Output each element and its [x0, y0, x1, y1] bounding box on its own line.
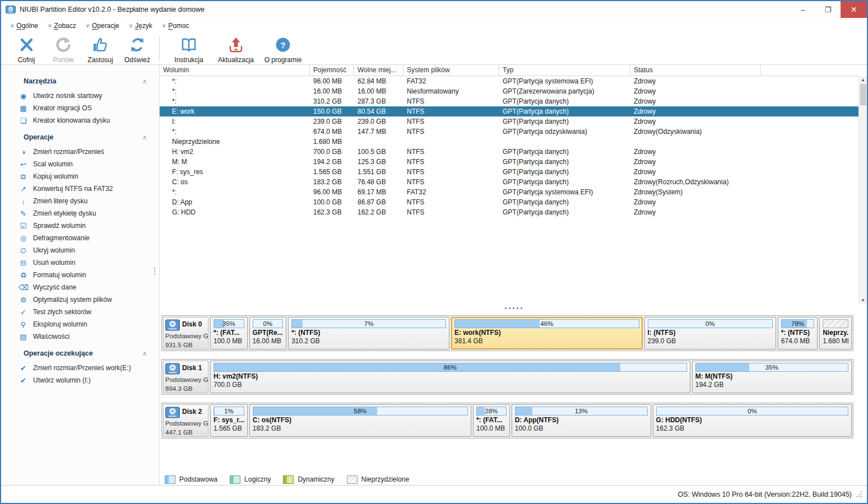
sidebar-item[interactable]: ✎Zmień etykietę dysku — [1, 207, 159, 220]
sidebar-item-label: Utwórz nośnik startowy — [33, 92, 102, 100]
sidebar-item-label: Optymalizuj system plików — [33, 296, 112, 304]
label-edit-icon: ✎ — [18, 210, 28, 217]
menu-item-operacje[interactable]: ∨Operacje — [82, 20, 124, 31]
menu-item-język[interactable]: ∨Język — [126, 20, 157, 31]
table-row[interactable]: *:96.00 MB62.84 MBFAT32GPT(Partycja syst… — [160, 76, 858, 86]
sidebar-item[interactable]: ◎Defragmentowanie — [1, 232, 159, 244]
collapse-chevron-icon: ∧ — [142, 350, 147, 357]
usage-percent: 46% — [455, 320, 638, 328]
redo-button[interactable]: Ponów — [45, 35, 82, 64]
menu-item-ogólne[interactable]: ∨Ogólne — [7, 20, 43, 31]
minimize-button[interactable]: – — [790, 1, 815, 18]
cell-filesystem: NTFS — [403, 118, 499, 125]
table-row[interactable]: Nieprzydzielone1.680 MB — [160, 137, 858, 147]
sidebar-item[interactable]: ◉Utwórz nośnik startowy — [1, 90, 159, 102]
disk-info-block[interactable]: Disk 1Podstawowy GPT894.3 GB — [163, 361, 208, 393]
table-row[interactable]: *:310.2 GB287.3 GBNTFSGPT(Partycja danyc… — [160, 96, 858, 106]
undo-button[interactable]: Cofnij — [8, 35, 45, 64]
sidebar-item[interactable]: ⧉Kopiuj wolumin — [1, 170, 159, 183]
sidebar-item[interactable]: ⌫Wyczyść dane — [1, 281, 159, 293]
manual-button[interactable]: Instrukcja — [165, 35, 212, 64]
volume-table: WoluminPojemnośćWolne miej...System plik… — [160, 65, 867, 304]
disk-info-block[interactable]: Disk 2Podstawowy GPT447.1 GB — [163, 404, 208, 437]
sidebar-item[interactable]: ↗Konwertuj NTFS na FAT32 — [1, 183, 159, 195]
scroll-up-icon[interactable]: ▲ — [859, 76, 867, 83]
partition-block[interactable]: 35%*: (FAT...100.0 MB — [210, 317, 248, 349]
partition-block[interactable]: 35%M: M(NTFS)194.2 GB — [692, 361, 852, 393]
sidebar-item[interactable]: ✓Test złych sektorów — [1, 306, 159, 318]
sidebar-item-label: Kreator klonowania dysku — [33, 116, 110, 124]
table-row[interactable]: *:16.00 MB16.00 MBNiesformatowanyGPT(Zar… — [160, 86, 858, 96]
sidebar-item[interactable]: ◑Zmień rozmiar/Przenieś — [1, 146, 159, 158]
menu-item-pomoc[interactable]: ∨Pomoc — [159, 20, 194, 31]
sidebar-item[interactable]: ▤Właściwości — [1, 330, 159, 343]
partition-label: D: App(NTFS) — [515, 416, 648, 424]
partition-block[interactable]: 0%G: HDD(NTFS)162.3 GB — [653, 404, 852, 437]
sidebar-item[interactable]: ♻Formatuj wolumin — [1, 269, 159, 281]
partition-block[interactable]: 28%*: (FAT...100.0 MB — [473, 404, 510, 437]
sidebar-item[interactable]: ❏Kreator klonowania dysku — [1, 114, 159, 127]
table-row[interactable]: D: App100.0 GB86.87 GBNTFSGPT(Partycja d… — [160, 197, 858, 207]
scrollbar-thumb[interactable] — [860, 84, 866, 105]
sidebar-item[interactable]: ∅Ukryj wolumin — [1, 244, 159, 256]
partition-block[interactable]: 13%D: App(NTFS)100.0 GB — [512, 404, 651, 437]
partition-block[interactable]: 1%F: sys_r...1.565 GB — [210, 404, 248, 437]
usage-percent: 35% — [696, 363, 848, 371]
table-row[interactable]: H: vm2700.0 GB100.5 GBNTFSGPT(Partycja d… — [160, 147, 858, 157]
disk-size: 447.1 GB — [165, 429, 193, 436]
partition-block[interactable]: 46%E: work(NTFS)381.4 GB — [451, 317, 642, 349]
usage-percent: 0% — [657, 407, 848, 415]
column-header[interactable]: Wolumin — [160, 65, 310, 76]
column-header[interactable]: Wolne miej... — [354, 65, 403, 76]
disk-name: Disk 2 — [182, 408, 202, 416]
section-header[interactable]: Operacje∧ — [24, 133, 147, 141]
partition-block[interactable]: 0%I: (NTFS)239.0 GB — [644, 317, 776, 349]
sidebar-splitter-handle[interactable] — [154, 268, 155, 274]
section-header[interactable]: Narzędzia∧ — [24, 77, 147, 85]
resize-grip[interactable] — [855, 491, 862, 498]
update-button[interactable]: Aktualizacja — [212, 35, 259, 64]
refresh-button[interactable]: Odśwież — [119, 35, 156, 64]
sidebar-item-label: Konwertuj NTFS na FAT32 — [33, 185, 113, 193]
column-header[interactable]: Pojemność — [310, 65, 354, 76]
about-button[interactable]: ? O programie — [259, 35, 307, 64]
partition-block[interactable]: 86%H: vm2(NTFS)700.0 GB — [210, 361, 690, 393]
table-row[interactable]: M: M194.2 GB125.3 GBNTFSGPT(Partycja dan… — [160, 157, 858, 167]
unallocated-block[interactable]: Nieprzy...1.680 MB — [819, 317, 852, 349]
partition-block[interactable]: 7%*: (NTFS)310.2 GB — [288, 317, 449, 349]
partition-block[interactable]: 0%GPT(Re...16.00 MB — [249, 317, 287, 349]
close-button[interactable]: ✕ — [841, 1, 867, 18]
maximize-button[interactable]: ❐ — [815, 1, 841, 18]
menu-item-zobacz[interactable]: ∨Zobacz — [44, 20, 81, 31]
table-row[interactable]: I:239.0 GB239.0 GBNTFSGPT(Partycja danyc… — [160, 116, 858, 127]
table-row[interactable]: G: HDD162.3 GB162.2 GBNTFSGPT(Partycja d… — [160, 207, 858, 217]
cell-type: GPT(Partycja systemowa EFI) — [499, 188, 630, 196]
sidebar-item[interactable]: ⊟Usuń wolumin — [1, 256, 159, 269]
sidebar-item[interactable]: ✔Zmień rozmiar/Przenieś work(E:) — [1, 362, 159, 374]
scroll-down-icon[interactable]: ▼ — [859, 297, 867, 304]
sidebar-item[interactable]: ☑Sprawdź wolumin — [1, 220, 159, 232]
table-row[interactable]: *:96.00 MB69.17 MBFAT32GPT(Partycja syst… — [160, 187, 858, 197]
partition-block[interactable]: 78%*: (NTFS)674.0 MB — [778, 317, 818, 349]
apply-button[interactable]: Zastosuj — [82, 35, 119, 64]
sidebar-item[interactable]: ↩Scal wolumin — [1, 158, 159, 170]
table-row[interactable]: F: sys_res1.565 GB1.551 GBNTFSGPT(Partyc… — [160, 167, 858, 177]
vertical-scrollbar[interactable]: ▲ ▼ — [858, 76, 867, 304]
column-header[interactable]: Status — [630, 65, 761, 76]
table-row[interactable]: *:674.0 MB147.7 MBNTFSGPT(Partycja odzys… — [160, 127, 858, 137]
section-header[interactable]: Operacje oczekujące∧ — [24, 349, 147, 357]
column-header[interactable]: Typ — [499, 65, 630, 76]
horizontal-splitter-handle[interactable] — [160, 304, 867, 312]
table-row[interactable]: E: work150.0 GB80.54 GBNTFSGPT(Partycja … — [160, 106, 858, 116]
disk-info-block[interactable]: Disk 0Podstawowy GPT931.5 GB — [163, 317, 208, 349]
column-header[interactable]: System plików — [403, 65, 499, 76]
sidebar-item[interactable]: ⚙Optymalizuj system plików — [1, 293, 159, 306]
bootable-media-icon: ◉ — [18, 92, 28, 100]
partition-block[interactable]: 58%C: os(NTFS)183.2 GB — [249, 404, 471, 437]
cell-free: 80.54 GB — [354, 108, 403, 115]
sidebar-item[interactable]: ⚲Eksploruj wolumin — [1, 318, 159, 330]
sidebar-item[interactable]: ✔Utwórz wolumin (I:) — [1, 374, 159, 386]
sidebar-item[interactable]: ▦Kreator migracji OS — [1, 102, 159, 114]
table-row[interactable]: C: os183.2 GB76.48 GBNTFSGPT(Partycja da… — [160, 177, 858, 187]
sidebar-item[interactable]: ↓Zmień literę dysku — [1, 195, 159, 207]
